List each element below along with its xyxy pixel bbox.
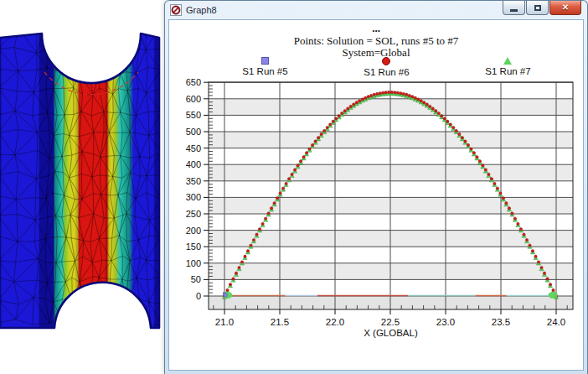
minimize-icon	[510, 9, 518, 12]
svg-text:23.0: 23.0	[436, 317, 455, 327]
svg-text:X (GLOBAL): X (GLOBAL)	[364, 328, 418, 338]
close-icon: ✕	[562, 3, 569, 12]
svg-text:350: 350	[186, 176, 201, 186]
window-controls: ✕	[502, 1, 581, 15]
chart-header: ... Points: Solution = SOL, runs #5 to #…	[169, 24, 583, 59]
svg-text:22.5: 22.5	[381, 317, 400, 327]
triangle-marker-icon	[503, 57, 512, 65]
graph-content: ... Points: Solution = SOL, runs #5 to #…	[168, 19, 584, 371]
circle-marker-icon	[382, 57, 390, 65]
svg-text:500: 500	[186, 127, 201, 137]
svg-text:100: 100	[186, 258, 201, 268]
legend-label-run7: S1 Run #7	[485, 66, 530, 76]
svg-text:150: 150	[186, 242, 201, 252]
minimize-button[interactable]	[503, 1, 525, 15]
cursor-status: N= 114, x= 2.398e+001, y= 4.245e+000, z=…	[169, 341, 583, 371]
window-title: Graph8	[186, 5, 217, 15]
svg-text:21.0: 21.0	[215, 317, 234, 327]
svg-text:23.5: 23.5	[492, 317, 510, 327]
desktop: Graph8 ✕ ... Points: Solution = SOL, run…	[0, 0, 588, 374]
svg-text:600: 600	[186, 94, 201, 104]
svg-text:24.0: 24.0	[547, 317, 565, 327]
window-titlebar[interactable]: Graph8 ✕	[165, 1, 587, 19]
svg-text:300: 300	[186, 192, 201, 202]
svg-text:200: 200	[186, 226, 201, 236]
svg-text:400: 400	[186, 159, 201, 169]
fea-contour-model[interactable]	[0, 0, 164, 374]
svg-text:0: 0	[196, 291, 201, 301]
close-button[interactable]: ✕	[549, 1, 581, 15]
graph-window: Graph8 ✕ ... Points: Solution = SOL, run…	[164, 0, 588, 374]
maximize-icon	[534, 5, 541, 11]
chart-title: Points: Solution = SOL, runs #5 to #7	[169, 34, 583, 47]
app-icon	[170, 4, 182, 16]
status-line-1: N= 114, x= 2.398e+001, y= 4.245e+000, z=…	[169, 366, 583, 371]
maximize-button[interactable]	[526, 1, 549, 15]
svg-text:650: 650	[186, 77, 201, 87]
svg-text:21.5: 21.5	[271, 317, 289, 327]
square-marker-icon	[261, 57, 269, 65]
legend-label-run5: S1 Run #5	[242, 66, 287, 76]
svg-text:250: 250	[186, 209, 201, 219]
svg-text:50: 50	[191, 274, 201, 284]
svg-text:550: 550	[186, 110, 201, 120]
chart-overflow-indicator: ...	[169, 24, 583, 32]
svg-text:450: 450	[186, 143, 201, 153]
plot-area[interactable]: 0501001502002503003504004505005506006502…	[169, 76, 584, 341]
svg-text:22.0: 22.0	[326, 317, 344, 327]
